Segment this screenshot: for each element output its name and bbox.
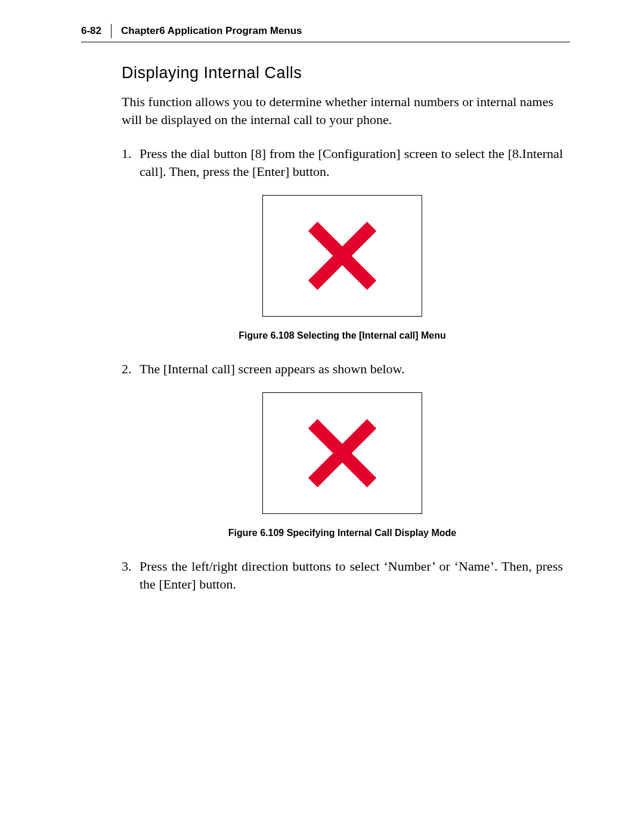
step-list: 1. Press the dial button [8] from the [C…	[122, 145, 563, 593]
figure-frame	[262, 195, 422, 317]
step-text: The [Internal call] screen appears as sh…	[140, 360, 563, 378]
section-intro: This function allows you to determine wh…	[122, 93, 563, 128]
figure-caption: Figure 6.109 Specifying Internal Call Di…	[122, 527, 563, 540]
figure	[122, 392, 563, 519]
missing-image-icon	[304, 414, 381, 492]
list-item: 1. Press the dial button [8] from the [C…	[122, 145, 563, 342]
step-number: 3.	[122, 558, 140, 593]
section-title: Displaying Internal Calls	[122, 64, 563, 82]
list-item: 3. Press the left/right direction button…	[122, 558, 563, 593]
figure	[122, 195, 563, 321]
body-content: Displaying Internal Calls This function …	[122, 64, 563, 593]
header-rule	[81, 42, 570, 42]
page-header: 6-82 Chapter6 Application Program Menus	[81, 24, 561, 42]
list-item: 2. The [Internal call] screen appears as…	[122, 360, 563, 540]
step-number: 1.	[122, 145, 140, 180]
page-number: 6-82	[81, 25, 111, 37]
header-divider	[111, 24, 112, 38]
figure-frame	[262, 392, 422, 514]
missing-image-icon	[304, 217, 381, 295]
document-page: 6-82 Chapter6 Application Program Menus …	[0, 0, 644, 833]
step-text: Press the left/right direction buttons t…	[140, 558, 563, 593]
step-number: 2.	[122, 360, 140, 378]
figure-caption: Figure 6.108 Selecting the [Internal cal…	[122, 329, 563, 342]
chapter-title: Chapter6 Application Program Menus	[121, 25, 302, 37]
step-text: Press the dial button [8] from the [Conf…	[140, 145, 563, 180]
